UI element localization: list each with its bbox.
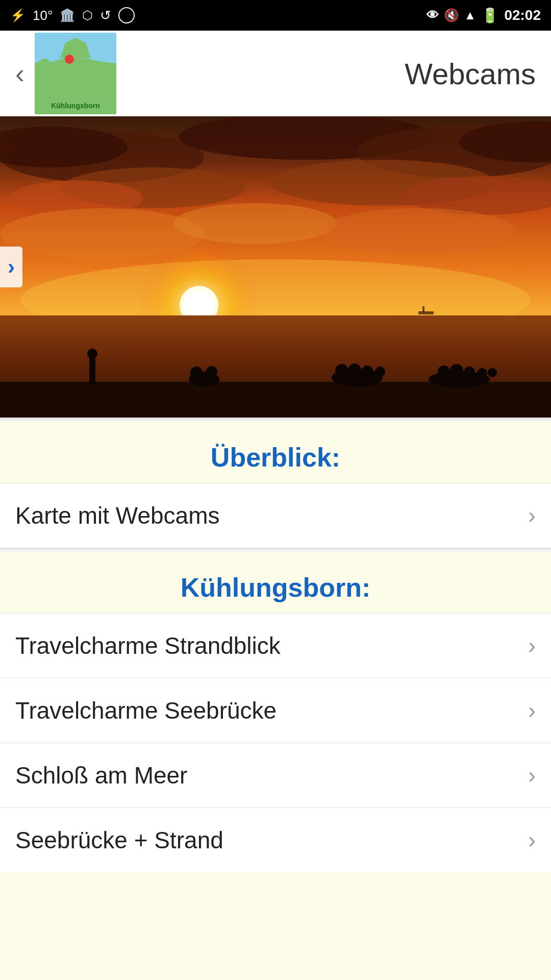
app-bar: ‹ Kühlungsborn Webcams [0, 31, 551, 116]
svg-rect-47 [422, 306, 424, 312]
karte-arrow-icon: › [528, 503, 536, 528]
svg-point-44 [477, 368, 487, 378]
svg-point-43 [464, 366, 475, 378]
svg-point-45 [488, 368, 497, 377]
section-divider [0, 548, 551, 552]
svg-point-33 [190, 366, 203, 379]
svg-point-17 [173, 203, 337, 244]
seebruecke-strand-label: Seebrücke + Strand [15, 826, 223, 854]
usb-icon: ⚡ [10, 8, 26, 22]
svg-point-42 [450, 364, 463, 377]
svg-rect-46 [418, 311, 434, 314]
status-bar-right: 👁 🔇 ▲ 🔋 02:02 [427, 7, 541, 24]
status-bar: ⚡ 10° 🏛️ ⬡ ↺ 👁 🔇 ▲ 🔋 02:02 [0, 0, 551, 31]
mute-icon: 🔇 [444, 8, 459, 22]
travelcharme-seebruecke-label: Travelcharme Seebrücke [15, 697, 277, 724]
karte-label: Karte mit Webcams [15, 502, 219, 529]
webcam-image: › [0, 116, 551, 418]
refresh-icon: ↺ [100, 8, 111, 23]
seebruecke-strand-arrow-icon: › [528, 827, 536, 853]
eye-icon: 👁 [427, 8, 439, 22]
back-icon: ‹ [15, 58, 24, 89]
svg-point-31 [87, 349, 97, 359]
list-item-travelcharme-strandblick[interactable]: Travelcharme Strandblick › [0, 613, 551, 678]
strandblick-arrow-icon: › [528, 633, 536, 658]
sunset-svg [0, 116, 551, 418]
svg-point-41 [438, 365, 450, 378]
list-item-schloss-am-meer[interactable]: Schloß am Meer › [0, 743, 551, 808]
seebruecke-arrow-icon: › [528, 698, 536, 723]
swipe-left-arrow[interactable]: › [0, 247, 22, 287]
time-display: 02:02 [504, 7, 541, 23]
kuehlungsborn-heading: Kühlungsborn: [0, 552, 551, 613]
svg-point-34 [206, 366, 217, 377]
list-item-seebruecke-strand[interactable]: Seebrücke + Strand › [0, 808, 551, 872]
temperature: 10° [33, 8, 53, 23]
signal-icon: ▲ [464, 8, 477, 22]
svg-text:Kühlungsborn: Kühlungsborn [51, 102, 100, 110]
svg-point-37 [348, 363, 361, 376]
list-item-travelcharme-seebruecke[interactable]: Travelcharme Seebrücke › [0, 678, 551, 743]
status-bar-left: ⚡ 10° 🏛️ ⬡ ↺ [10, 7, 135, 23]
svg-rect-29 [0, 382, 551, 418]
kuehlungsborn-section: Kühlungsborn: Travelcharme Strandblick ›… [0, 552, 551, 872]
page-title: Webcams [405, 56, 536, 90]
svg-rect-30 [89, 356, 95, 384]
schloss-arrow-icon: › [528, 763, 536, 788]
app-icon-1: 🏛️ [60, 8, 75, 22]
svg-point-38 [362, 365, 373, 377]
svg-point-18 [321, 208, 515, 254]
scroll-divider-1 [0, 418, 551, 422]
list-item-karte[interactable]: Karte mit Webcams › [0, 483, 551, 548]
app-logo[interactable]: Kühlungsborn [35, 33, 116, 114]
svg-point-39 [375, 366, 385, 377]
back-button[interactable]: ‹ [10, 53, 30, 94]
svg-point-4 [65, 55, 74, 64]
content-area: Überblick: Karte mit Webcams › Kühlungsb… [0, 422, 551, 872]
swipe-chevron-icon: › [8, 255, 15, 279]
circle-icon [118, 7, 135, 23]
svg-point-36 [335, 364, 348, 377]
overview-heading: Überblick: [0, 422, 551, 483]
schloss-am-meer-label: Schloß am Meer [15, 762, 187, 789]
travelcharme-strandblick-label: Travelcharme Strandblick [15, 632, 281, 659]
map-svg: Kühlungsborn [35, 33, 116, 114]
battery-icon: 🔋 [481, 7, 499, 24]
overview-section: Überblick: Karte mit Webcams › [0, 422, 551, 548]
app-icon-2: ⬡ [82, 8, 93, 22]
